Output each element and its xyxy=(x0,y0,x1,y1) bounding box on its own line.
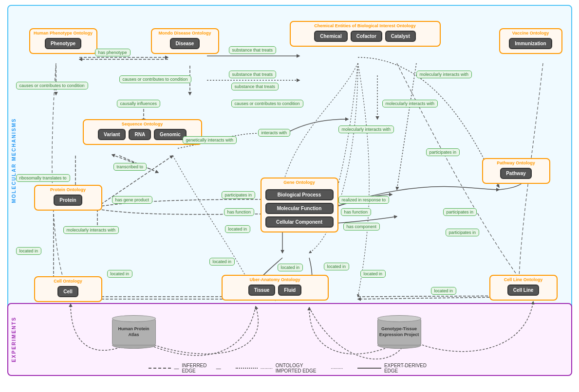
phenotype-node[interactable]: Phenotype xyxy=(45,38,81,49)
molecularly-interacts-3-label: molecularly interacts with xyxy=(338,125,394,133)
located-in-6-label: located in xyxy=(324,263,350,270)
sequence-ontology-label: Sequence Ontology xyxy=(122,122,163,127)
located-in-4-label: located in xyxy=(209,258,235,266)
genomic-node[interactable]: Genomic xyxy=(154,129,187,140)
ontology-label: ········· xyxy=(261,366,273,371)
vaccine-ontology-label: Vaccine Ontology xyxy=(512,31,549,36)
genotype-tissue-label: Genotype-Tissue Expression Project xyxy=(377,319,421,345)
ontology-text: ONTOLOGY IMPORTED EDGE xyxy=(276,363,328,374)
cell-line-node[interactable]: Cell Line xyxy=(507,285,540,296)
mondo-disease-ontology: Mondo Disease Ontology Disease xyxy=(151,28,219,54)
experiments-label: EXPERIMENTS xyxy=(11,317,17,362)
legend-inferred: — INFERRED EDGE — xyxy=(149,363,221,374)
pathway-node[interactable]: Pathway xyxy=(500,168,532,179)
causes-condition-1-label: causes or contributes to condition xyxy=(16,82,88,89)
human-protein-atlas-label: Human Protein Atlas xyxy=(112,319,156,345)
ontology-dots: ········· xyxy=(331,366,343,371)
causally-influences-label: causally influences xyxy=(117,100,161,107)
causes-condition-3-label: causes or contributes to condition xyxy=(231,100,303,107)
located-in-3-label: located in xyxy=(107,270,133,278)
molecular-mechanisms-label: MOLECULAR MECHANISMS xyxy=(11,118,17,203)
variant-node[interactable]: Variant xyxy=(98,129,126,140)
inferred-dash: — xyxy=(216,366,221,371)
genetically-interacts-label: genetically interacts with xyxy=(183,136,237,144)
expert-text: EXPERT-DERIVED EDGE xyxy=(384,363,431,374)
chemical-entities-ontology-label: Chemical Entities of Biological Interest… xyxy=(314,23,416,29)
human-phenotype-ontology: Human Phenotype Ontology Phenotype xyxy=(29,28,97,54)
located-in-1-label: located in xyxy=(225,225,251,233)
transcribed-to-label: transcribed to xyxy=(113,163,147,171)
uber-anatomy-ontology-label: Uber-Anatomy Ontology xyxy=(249,277,300,283)
rna-node[interactable]: RNA xyxy=(129,129,151,140)
human-protein-atlas-cylinder: Human Protein Atlas xyxy=(112,315,156,349)
substance-treats-3-label: substance that treats xyxy=(231,83,279,90)
cellular-component-node[interactable]: Cellular Component xyxy=(265,216,334,228)
human-phenotype-ontology-label: Human Phenotype Ontology xyxy=(34,31,93,36)
has-function-1-label: has function xyxy=(224,208,255,216)
cofactor-node[interactable]: Cofactor xyxy=(351,31,382,42)
inferred-text: INFERRED EDGE xyxy=(182,363,213,374)
gene-ontology-label: Gene Ontology xyxy=(283,180,315,185)
uber-anatomy-ontology: Uber-Anatomy Ontology Tissue Fluid xyxy=(222,275,329,301)
participates-in-1-label: participates in xyxy=(222,191,256,199)
participates-in-2-label: participates in xyxy=(426,148,460,156)
ontology-line xyxy=(236,368,258,369)
legend-expert: EXPERT-DERIVED EDGE xyxy=(357,363,430,374)
substance-treats-2-label: substance that treats xyxy=(229,71,277,78)
located-in-7-label: located in xyxy=(360,270,386,278)
causes-condition-2-label: causes or contributes to condition xyxy=(119,75,191,83)
cylinder-top-2 xyxy=(377,315,421,322)
molecularly-interacts-2-label: molecularly interacts with xyxy=(382,100,438,107)
located-in-5-label: located in xyxy=(278,264,303,271)
realized-in-response-label: realized in response to xyxy=(338,196,390,204)
tissue-node[interactable]: Tissue xyxy=(248,285,276,296)
cylinder-top-1 xyxy=(112,315,156,322)
has-gene-product-label: has gene product xyxy=(112,196,153,204)
located-in-8-label: located in xyxy=(431,287,457,295)
protein-ontology-label: Protein Ontology xyxy=(50,187,86,193)
inferred-line xyxy=(149,368,171,369)
biological-process-node[interactable]: Biological Process xyxy=(265,189,334,200)
has-component-label: has component xyxy=(343,223,380,231)
expert-line xyxy=(357,368,381,369)
cell-line-ontology: Cell Line Ontology Cell Line xyxy=(489,275,558,301)
cell-line-ontology-label: Cell Line Ontology xyxy=(504,277,543,283)
legend: — INFERRED EDGE — ········· ONTOLOGY IMP… xyxy=(149,363,431,374)
chemical-entities-ontology: Chemical Entities of Biological Interest… xyxy=(290,21,441,47)
cell-ontology: Cell Ontology Cell xyxy=(34,276,102,302)
fluid-node[interactable]: Fluid xyxy=(278,285,301,296)
pathway-ontology: Pathway Ontology Pathway xyxy=(482,158,550,184)
disease-node[interactable]: Disease xyxy=(170,38,200,49)
located-in-2-label: located in xyxy=(16,247,42,255)
molecularly-interacts-4-label: molecularly interacts with xyxy=(63,226,119,234)
mondo-disease-ontology-label: Mondo Disease Ontology xyxy=(158,31,211,36)
chemical-node[interactable]: Chemical xyxy=(314,31,347,42)
participates-in-4-label: participates in xyxy=(446,229,480,236)
substance-treats-1-label: substance that treats xyxy=(229,46,277,54)
interacts-with-label: interacts with xyxy=(258,129,291,137)
molecularly-interacts-1-label: molecularly interacts with xyxy=(416,71,472,78)
vaccine-ontology: Vaccine Ontology Immunization xyxy=(499,28,562,54)
participates-in-3-label: participates in xyxy=(443,208,477,216)
inferred-label: — xyxy=(174,366,179,371)
gene-ontology: Gene Ontology Biological Process Molecul… xyxy=(261,178,338,232)
has-function-2-label: has function xyxy=(341,208,372,216)
protein-node[interactable]: Protein xyxy=(54,195,82,206)
genotype-tissue-cylinder: Genotype-Tissue Expression Project xyxy=(377,315,421,349)
pathway-ontology-label: Pathway Ontology xyxy=(497,160,535,166)
immunization-node[interactable]: Immunization xyxy=(509,38,552,49)
molecular-function-node[interactable]: Molecular Function xyxy=(265,203,334,214)
cell-ontology-label: Cell Ontology xyxy=(54,279,82,284)
protein-ontology: Protein Ontology Protein xyxy=(34,185,102,211)
legend-ontology: ········· ONTOLOGY IMPORTED EDGE ·······… xyxy=(236,363,343,374)
catalyst-node[interactable]: Catalyst xyxy=(385,31,416,42)
cell-node[interactable]: Cell xyxy=(57,286,78,297)
ribosomally-translates-label: ribosomally translates to xyxy=(16,174,70,182)
has-phenotype-label: has phenotype xyxy=(95,49,131,56)
